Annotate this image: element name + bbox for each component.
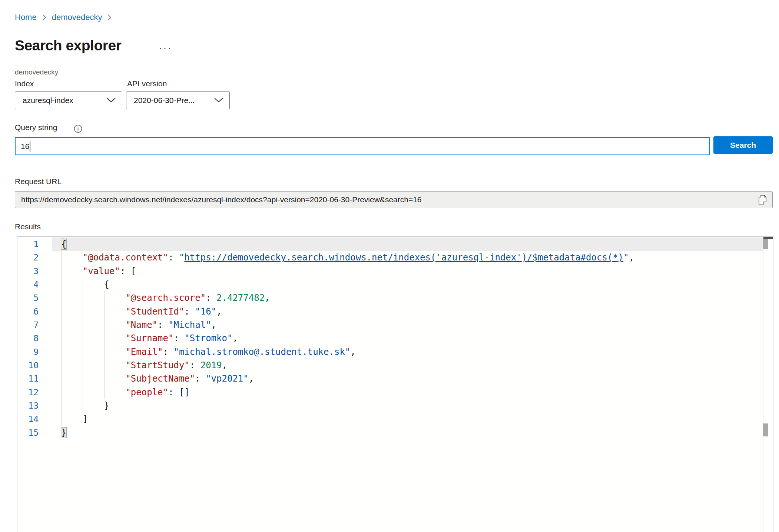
code-token: : — [173, 333, 184, 343]
line-number: 6 — [17, 305, 52, 318]
code-token: "vp2021" — [206, 373, 249, 384]
breadcrumb: Home demovedecky — [15, 13, 112, 22]
request-url-value: https://demovedecky.search.windows.net/i… — [21, 195, 757, 204]
search-explorer-page: Home demovedecky Search explorer ··· dem… — [0, 0, 779, 532]
index-dropdown[interactable]: azuresql-index — [15, 92, 122, 109]
code-token: "michal.stromko@.student.tuke.sk" — [173, 347, 350, 357]
odata-context-link[interactable]: https://demovedecky.search.windows.net/i… — [184, 252, 623, 263]
code-token: : — [163, 347, 174, 357]
page-title: Search explorer — [15, 37, 121, 54]
indent-guides — [61, 412, 83, 426]
query-string-value: 16 — [21, 142, 29, 151]
code-token: ] — [83, 414, 88, 424]
code-token: "StudentId" — [125, 306, 184, 317]
code-token: "people" — [125, 387, 168, 398]
scrollbar-bracket-decoration — [763, 423, 768, 436]
code-line: "value": [ — [52, 265, 763, 278]
api-version-dropdown[interactable]: 2020-06-30-Pre... — [126, 92, 230, 109]
code-token: "value" — [83, 266, 120, 276]
code-token: { — [61, 239, 66, 249]
info-icon[interactable] — [74, 124, 82, 134]
code-line: "Name": "Michal", — [52, 318, 763, 332]
code-token: " — [179, 252, 184, 263]
code-token: : [ — [120, 266, 136, 276]
breadcrumb-home-link[interactable]: Home — [15, 13, 37, 22]
results-label: Results — [15, 222, 41, 231]
code-line: } — [52, 399, 763, 412]
index-label: Index — [15, 79, 34, 88]
code-line: "people": [] — [52, 386, 763, 399]
results-editor[interactable]: 123456789101112131415 {"@odata.context":… — [17, 236, 773, 532]
line-number: 2 — [17, 251, 52, 264]
code-token: "Email" — [125, 347, 163, 357]
code-token: "SubjectName" — [125, 373, 195, 384]
editor-scrollbar-track[interactable] — [763, 237, 763, 532]
more-options-button[interactable]: ··· — [159, 44, 172, 52]
code-token: : [] — [168, 387, 190, 398]
code-line: "@search.score": 2.4277482, — [52, 291, 763, 305]
indent-guides — [61, 265, 83, 278]
code-token: , — [232, 333, 238, 343]
code-token: } — [104, 400, 109, 411]
editor-code-area: {"@odata.context": "https://demovedecky.… — [52, 237, 763, 439]
breadcrumb-chevron-icon — [42, 14, 47, 21]
code-token: "Name" — [125, 320, 158, 330]
query-string-input[interactable]: 16 — [15, 137, 710, 155]
indent-guides — [61, 372, 125, 385]
code-token: 2.4277482 — [216, 293, 265, 303]
line-number: 12 — [17, 386, 52, 399]
scrollbar-thumb[interactable] — [763, 239, 768, 249]
code-token: : — [184, 306, 195, 317]
chevron-down-icon — [214, 96, 223, 105]
indent-guides — [61, 345, 125, 359]
chevron-down-icon — [106, 96, 116, 105]
request-url-label: Request URL — [15, 177, 62, 186]
code-line: "@odata.context": "https://demovedecky.s… — [52, 251, 763, 264]
code-token: , — [222, 360, 227, 370]
line-number: 15 — [17, 426, 52, 439]
code-token: " — [623, 252, 629, 263]
editor-gutter: 123456789101112131415 — [17, 237, 52, 439]
code-token: { — [104, 279, 109, 290]
line-number: 13 — [17, 399, 52, 412]
copy-icon[interactable] — [757, 193, 768, 206]
code-line: "Surname": "Stromko", — [52, 332, 763, 345]
code-token: : — [190, 360, 200, 370]
code-token: : — [168, 252, 179, 263]
code-token: } — [61, 428, 66, 438]
line-number: 14 — [17, 412, 52, 426]
text-caret — [30, 141, 30, 152]
line-number: 7 — [17, 318, 52, 332]
line-number: 10 — [17, 359, 52, 372]
search-button[interactable]: Search — [713, 136, 773, 154]
code-token: , — [211, 320, 216, 330]
code-token: : — [158, 320, 168, 330]
indent-guides — [61, 251, 83, 264]
breadcrumb-chevron-icon — [107, 14, 112, 21]
code-token: "Michal" — [168, 320, 211, 330]
query-string-label: Query string — [15, 123, 57, 132]
indent-guides — [61, 399, 104, 412]
code-token: "@odata.context" — [83, 252, 168, 263]
code-token: : — [195, 373, 206, 384]
api-version-label: API version — [127, 79, 167, 88]
indent-guides — [61, 291, 125, 305]
line-number: 3 — [17, 265, 52, 278]
code-token: "Stromko" — [184, 333, 232, 343]
indent-guides — [61, 359, 125, 372]
code-token: , — [350, 347, 355, 357]
code-token: , — [249, 373, 254, 384]
code-line: ] — [52, 412, 763, 426]
indent-guides — [61, 332, 125, 345]
code-token: "StartStudy" — [125, 360, 189, 370]
breadcrumb-demovedecky-link[interactable]: demovedecky — [52, 13, 102, 22]
line-number: 4 — [17, 278, 52, 291]
code-line: "Email": "michal.stromko@.student.tuke.s… — [52, 345, 763, 359]
indent-guides — [61, 318, 125, 332]
indent-guides — [61, 386, 125, 399]
indent-guides — [61, 305, 125, 318]
request-url-field: https://demovedecky.search.windows.net/i… — [15, 191, 773, 208]
line-number: 5 — [17, 291, 52, 305]
line-number: 11 — [17, 372, 52, 385]
code-token: "@search.score" — [125, 293, 206, 303]
